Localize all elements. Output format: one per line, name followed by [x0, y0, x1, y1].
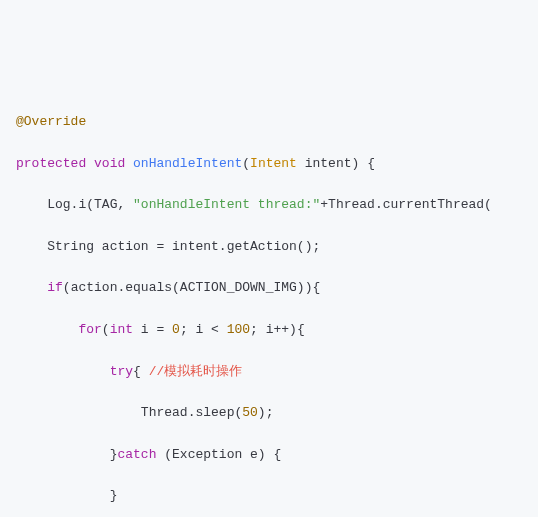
kw-protected: protected: [16, 156, 86, 171]
plain: );: [258, 405, 274, 420]
code-line: String action = intent.getAction();: [16, 237, 538, 258]
plain: i =: [133, 322, 172, 337]
code-line: Thread.sleep(50);: [16, 403, 538, 424]
code-line: protected void onHandleIntent(Intent int…: [16, 154, 538, 175]
string: "onHandleIntent thread:": [133, 197, 320, 212]
code-line: try{ //模拟耗时操作: [16, 362, 538, 383]
code-line: for(int i = 0; i < 100; i++){: [16, 320, 538, 341]
plain: Log.i(TAG,: [47, 197, 133, 212]
type-intent: Intent: [250, 156, 297, 171]
plain: [297, 156, 305, 171]
num: 50: [242, 405, 258, 420]
kw-void: void: [94, 156, 125, 171]
annotation: @Override: [16, 114, 86, 129]
plain: (Exception e) {: [156, 447, 281, 462]
num: 100: [227, 322, 250, 337]
code-line: if(action.equals(ACTION_DOWN_IMG)){: [16, 278, 538, 299]
plain: String action = intent.getAction();: [47, 239, 320, 254]
code-line: }catch (Exception e) {: [16, 445, 538, 466]
plain: ) {: [352, 156, 375, 171]
param: intent: [305, 156, 352, 171]
kw-if: if: [47, 280, 63, 295]
kw-catch: catch: [117, 447, 156, 462]
num: 0: [172, 322, 180, 337]
fn-onHandleIntent: onHandleIntent: [133, 156, 242, 171]
code-line: }: [16, 486, 538, 507]
plain: (: [102, 322, 110, 337]
plain: }: [110, 488, 118, 503]
plain: ; i <: [180, 322, 227, 337]
code-line: @Override: [16, 112, 538, 133]
kw-int: int: [110, 322, 133, 337]
plain: (action.equals(ACTION_DOWN_IMG)){: [63, 280, 320, 295]
plain: ; i++){: [250, 322, 305, 337]
plain: {: [133, 364, 149, 379]
comment: //模拟耗时操作: [149, 364, 243, 379]
kw-for: for: [78, 322, 101, 337]
plain: +Thread.currentThread(: [320, 197, 492, 212]
kw-try: try: [110, 364, 133, 379]
code-block: @Override protected void onHandleIntent(…: [16, 91, 538, 517]
plain: Thread.sleep(: [141, 405, 242, 420]
code-line: Log.i(TAG, "onHandleIntent thread:"+Thre…: [16, 195, 538, 216]
plain: (: [242, 156, 250, 171]
